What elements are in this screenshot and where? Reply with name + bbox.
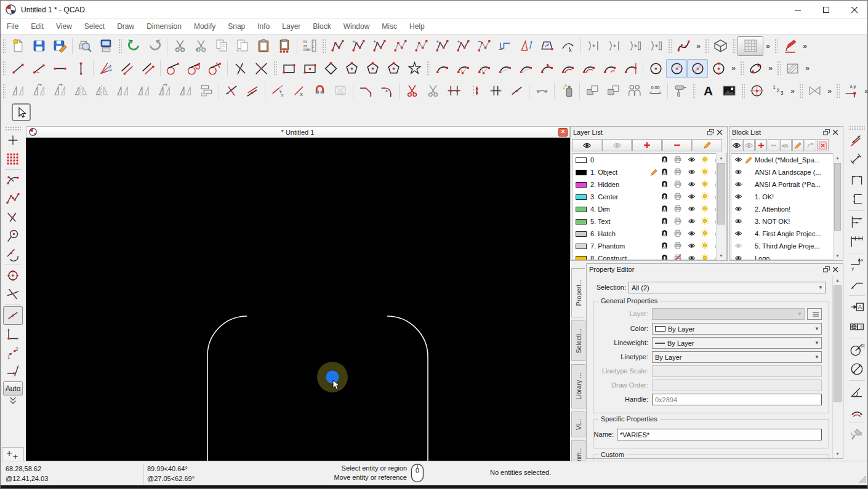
toolbar-overflow-button[interactable]: » [825,87,834,95]
toolbar-drag-handle[interactable] [798,83,803,99]
snap-lock-icon[interactable] [661,253,673,260]
line-parallel-through-point-button[interactable] [116,59,137,78]
close-block-x-button[interactable] [817,139,829,151]
menu-draw[interactable]: Draw [111,19,140,34]
snap-distances-button[interactable]: 12 [3,343,23,362]
grid-toggle-button[interactable] [737,36,763,56]
toolbar-overflow-button[interactable]: » [694,42,703,50]
block-row[interactable]: 2. Attention! [731,203,834,215]
scroll-up-icon[interactable]: ▲ [717,153,726,162]
remove-block-minus-button[interactable] [768,139,779,151]
rectangle-size-button[interactable] [299,59,320,78]
visibility-eye-icon[interactable] [687,242,701,251]
block-row[interactable]: 4. First Angle Projec... [731,228,834,240]
sun-icon[interactable] [701,192,714,202]
relative-zero-button[interactable] [2,447,24,462]
snap-grid-button[interactable] [3,149,23,168]
corner-trim-button[interactable] [355,81,376,100]
mirror-double-button[interactable] [70,81,91,100]
line-tangent-2-circles-button[interactable] [183,59,204,78]
arc-chord-length-button[interactable] [515,59,536,78]
polyline-u-segment-minus-button[interactable]: − [494,36,515,55]
snap-lock-icon[interactable] [661,155,673,165]
move-copy-button[interactable] [7,81,28,100]
zero-length-button[interactable]: 0.00 [645,81,665,100]
toolbar-drag-handle[interactable] [774,38,778,54]
dock-tab-vi[interactable]: Vi... [571,411,585,437]
polygon-2-sides-button[interactable] [383,59,404,78]
sun-icon[interactable] [701,253,714,260]
sun-icon[interactable] [701,217,714,226]
handle-input[interactable]: 0x2894 [652,394,822,405]
trim-both-plus-button[interactable] [443,81,464,100]
snap-intersection-button[interactable] [3,208,23,226]
print-icon[interactable] [673,204,687,214]
snap-on-entity-button[interactable] [3,189,23,208]
to-back-squares-button[interactable] [603,81,624,100]
convert-seg-seg2-button[interactable] [645,36,666,55]
layer-row[interactable]: 7. Phantom [573,240,726,252]
visibility-eye-icon[interactable] [734,229,744,239]
polyline-delete-node-button[interactable] [390,36,411,55]
drawing-canvas[interactable] [26,138,570,461]
dim-radial-button[interactable]: R [847,340,867,359]
layer-menu-button[interactable] [807,308,822,320]
paint-roller-button[interactable] [670,81,691,100]
copy-button[interactable] [211,36,232,55]
print-icon[interactable] [673,180,687,189]
line-angle-button[interactable] [28,59,49,78]
paste-button[interactable] [253,36,274,55]
circle-center-diameter-button[interactable] [687,59,708,78]
print-screen-button[interactable] [95,36,116,55]
snap-intersection-manual-button[interactable] [3,285,23,303]
polyline-arc-node-plus-button[interactable]: + [452,36,473,55]
visibility-eye-icon[interactable] [687,168,701,177]
lineweight-combobox[interactable]: By Layer▼ [652,337,822,349]
remove-layer-minus-button[interactable] [662,139,692,151]
visibility-eye-icon[interactable] [734,254,744,261]
visibility-eye-icon[interactable] [687,156,701,165]
trim-h-arrows-button[interactable] [485,81,506,100]
trim-red-button[interactable] [221,81,242,100]
menu-layer[interactable]: Layer [276,19,307,34]
clip-magnet-button[interactable] [309,81,330,100]
arc-center-point-button[interactable] [452,59,473,78]
polyline-morph-button[interactable] [515,36,536,55]
dim-arc-button[interactable] [847,402,867,421]
cut-with-reference-button[interactable]: + [190,36,211,55]
toolbar-drag-handle[interactable] [692,83,696,99]
divide-x-button[interactable]: x [288,81,309,100]
linetype-combobox[interactable]: By Layer▼ [652,351,822,363]
layer-list-scrollbar[interactable]: ▲ ▼ [716,153,726,260]
line-tangent-point-circle-button[interactable] [163,59,183,78]
divide-dot-line-button[interactable] [506,81,527,100]
toolbar-drag-handle[interactable] [2,83,6,99]
offset-copies-button[interactable] [112,81,133,100]
layer-list-title-bar[interactable]: Layer List [571,127,727,138]
visibility-eye-icon[interactable] [734,217,744,226]
block-row[interactable]: Logo [731,252,834,260]
document-title-bar[interactable]: * Untitled 1 ✕ [26,126,570,138]
snap-lock-icon[interactable] [661,204,673,214]
circle-center-radius-button[interactable] [666,59,687,78]
layer-row[interactable]: 8. Construct... [573,252,726,260]
cut-scissors-red-button[interactable] [401,81,422,100]
paste-to-clipboard-button[interactable] [274,36,295,55]
visibility-eye-icon[interactable] [734,205,744,214]
toolbar-drag-handle[interactable] [118,38,122,54]
visibility-eye-icon[interactable] [734,180,744,189]
dim-vertical-button[interactable] [847,189,867,209]
dim-angular-button[interactable] [847,382,867,402]
line-cross-4-button[interactable] [230,59,251,78]
toolbar-drag-handle[interactable] [667,38,672,54]
hide-all-eye-button[interactable] [743,139,755,151]
text-letter-A-button[interactable]: A [697,81,718,100]
points-123-button[interactable]: 123 [767,81,788,100]
visibility-eye-icon[interactable] [687,205,701,214]
viewport-gray-button[interactable] [804,81,825,100]
snap-tangent-button[interactable] [3,245,23,263]
close-panel-icon[interactable] [715,129,725,137]
toolbar-overflow-button[interactable]: » [763,42,773,50]
menu-modify[interactable]: Modify [188,19,222,34]
convert-arc-arc-button[interactable] [603,36,624,55]
